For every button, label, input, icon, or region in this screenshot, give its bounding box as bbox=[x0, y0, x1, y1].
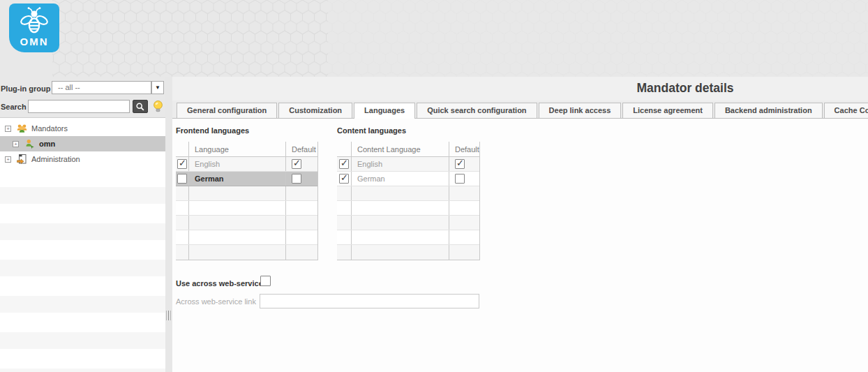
tab-cache-configuration[interactable]: Cache Configuration bbox=[824, 103, 868, 118]
expand-toggle[interactable]: + bbox=[5, 156, 11, 163]
header-band: OMN bbox=[0, 0, 868, 77]
language-name: English bbox=[195, 160, 220, 168]
table-row[interactable]: German bbox=[176, 172, 317, 186]
frontend-languages-table: Language Default English German bbox=[176, 142, 318, 260]
search-label: Search bbox=[1, 103, 27, 111]
tree-item-mandators[interactable]: + Mandators bbox=[0, 121, 165, 136]
column-header-default: Default bbox=[285, 142, 317, 156]
hint-bulb-button[interactable] bbox=[151, 99, 165, 114]
empty-table-row bbox=[337, 216, 479, 230]
tab-deep-link-access[interactable]: Deep link access bbox=[539, 103, 622, 118]
tab-backend-administration[interactable]: Backend administration bbox=[714, 103, 823, 118]
bee-icon bbox=[20, 6, 49, 37]
honeycomb-pattern bbox=[0, 0, 868, 77]
sidebar: Plug-in group -- all -- ▼ Search + bbox=[0, 77, 165, 372]
table-header-row: Language Default bbox=[176, 142, 317, 157]
language-name: English bbox=[357, 160, 382, 168]
column-header-content-language: Content Language bbox=[351, 142, 449, 156]
tree-item-label: Administration bbox=[31, 155, 80, 163]
language-default-checkbox[interactable] bbox=[292, 174, 301, 184]
tab-quick-search-configuration[interactable]: Quick search configuration bbox=[417, 103, 537, 118]
empty-table-row bbox=[176, 186, 317, 201]
tab-license-agreement[interactable]: License agreement bbox=[622, 103, 713, 118]
empty-table-row bbox=[176, 245, 317, 260]
column-header-language: Language bbox=[188, 142, 285, 156]
expand-toggle[interactable]: + bbox=[5, 126, 11, 132]
use-across-webservice-checkbox[interactable] bbox=[260, 276, 271, 286]
empty-table-row bbox=[176, 216, 317, 230]
tree-item-label: omn bbox=[39, 140, 55, 148]
tab-bar: General configuration Customization Lang… bbox=[172, 101, 868, 119]
table-row[interactable]: English bbox=[176, 157, 317, 172]
main-panel: Mandator details General configuration C… bbox=[172, 77, 868, 372]
logo-text: OMN bbox=[20, 37, 49, 47]
search-button[interactable] bbox=[133, 100, 148, 113]
plugin-group-value: -- all -- bbox=[58, 83, 80, 91]
table-header-row: Content Language Default bbox=[337, 142, 479, 157]
tab-general-configuration[interactable]: General configuration bbox=[177, 103, 277, 118]
tab-customization[interactable]: Customization bbox=[278, 103, 352, 118]
mandator-icon bbox=[24, 138, 36, 149]
tree-item-omn[interactable]: + omn bbox=[0, 136, 165, 151]
language-name: German bbox=[357, 174, 385, 183]
plugin-group-label: Plug-in group bbox=[1, 84, 50, 93]
across-webservice-link-input[interactable] bbox=[260, 294, 479, 308]
mandator-tree: + Mandators + omn bbox=[0, 117, 165, 372]
content-languages-table: Content Language Default English German bbox=[337, 142, 480, 260]
frontend-languages-title: Frontend languages bbox=[176, 126, 249, 135]
language-default-checkbox[interactable] bbox=[455, 174, 465, 184]
search-input[interactable] bbox=[28, 100, 130, 113]
tree-item-administration[interactable]: + Administration bbox=[0, 151, 165, 167]
tree-empty-rows bbox=[0, 168, 165, 372]
page-title: Mandator details bbox=[636, 81, 733, 96]
empty-table-row bbox=[176, 230, 317, 245]
administration-icon bbox=[16, 154, 28, 165]
empty-table-row bbox=[337, 245, 479, 260]
use-across-webservice-label: Use across web-service bbox=[176, 279, 263, 288]
language-enabled-checkbox[interactable] bbox=[177, 159, 187, 169]
across-webservice-link-label: Across web-service link bbox=[176, 297, 256, 306]
content-languages-title: Content languages bbox=[337, 126, 406, 135]
splitter-handle[interactable] bbox=[168, 311, 169, 320]
language-enabled-checkbox[interactable] bbox=[339, 174, 349, 184]
tab-languages[interactable]: Languages bbox=[354, 103, 415, 119]
empty-table-row bbox=[337, 230, 479, 245]
empty-table-row bbox=[337, 186, 479, 201]
column-header-default: Default bbox=[449, 142, 479, 156]
languages-tab-content: Frontend languages Language Default Engl… bbox=[172, 119, 868, 372]
language-name: German bbox=[195, 174, 224, 183]
tree-item-label: Mandators bbox=[31, 124, 68, 133]
table-row[interactable]: German bbox=[337, 172, 479, 186]
mandators-group-icon bbox=[16, 123, 28, 134]
plugin-group-dropdown-button[interactable]: ▼ bbox=[151, 81, 164, 94]
expand-toggle[interactable]: + bbox=[13, 141, 19, 147]
table-row[interactable]: English bbox=[337, 157, 479, 172]
lightbulb-icon bbox=[152, 100, 164, 113]
chevron-down-icon: ▼ bbox=[155, 84, 160, 91]
title-area: Mandator details bbox=[172, 77, 868, 101]
panel-splitter bbox=[165, 77, 172, 372]
language-enabled-checkbox[interactable] bbox=[339, 159, 349, 169]
search-icon bbox=[135, 102, 145, 112]
application-window: OMN Plug-in group -- all -- ▼ Search bbox=[0, 0, 868, 372]
empty-table-row bbox=[176, 201, 317, 216]
language-default-checkbox[interactable] bbox=[455, 159, 465, 169]
omn-logo[interactable]: OMN bbox=[9, 3, 59, 52]
plugin-group-select[interactable]: -- all -- bbox=[52, 81, 151, 94]
language-enabled-checkbox[interactable] bbox=[177, 174, 187, 184]
language-default-checkbox[interactable] bbox=[292, 159, 301, 169]
empty-table-row bbox=[337, 201, 479, 216]
